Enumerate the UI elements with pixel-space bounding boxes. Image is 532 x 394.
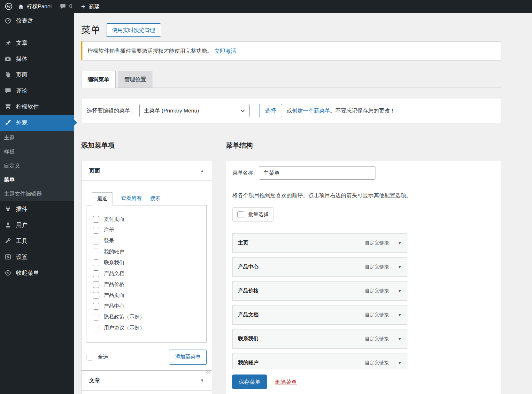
next-accordion-stub	[81, 390, 212, 394]
sidebar-item-appearance[interactable]: 外观	[0, 115, 74, 131]
menu-item-row[interactable]: 联系我们 自定义链接	[232, 329, 407, 349]
menu-name-label: 菜单名称	[233, 170, 253, 176]
select-all-control[interactable]: 全选	[87, 354, 108, 360]
sidebar-item-posts[interactable]: 文章	[0, 35, 74, 51]
page-checkbox-item[interactable]: 联系我们	[93, 257, 201, 268]
pages-accordion-header[interactable]: 页面	[81, 161, 212, 181]
sidebar-item-plugins[interactable]: 插件	[0, 201, 74, 217]
checkbox[interactable]	[93, 216, 99, 223]
menu-item-row[interactable]: 产品中心 自定义链接	[232, 257, 407, 277]
menu-item-title: 我的账户	[238, 359, 365, 366]
checkbox[interactable]	[93, 270, 99, 277]
chevron-down-icon[interactable]	[200, 377, 204, 384]
submenu-item-themes[interactable]: 主题	[0, 131, 74, 145]
add-to-menu-button[interactable]: 添加至菜单	[169, 350, 207, 365]
menu-structure-heading: 菜单结构	[226, 141, 501, 150]
menu-item-row[interactable]: 产品价格 自定义链接	[232, 281, 407, 301]
home-icon	[18, 4, 24, 10]
submenu-item-patterns[interactable]: 样板	[0, 145, 74, 159]
sidebar-item-settings[interactable]: 设置	[0, 249, 74, 265]
tab-search[interactable]: 搜索	[150, 192, 160, 205]
expand-item-arrow-icon[interactable]	[398, 313, 402, 317]
sidebar-item-users[interactable]: 用户	[0, 217, 74, 233]
sidebar-label: 评论	[16, 87, 27, 95]
expand-item-arrow-icon[interactable]	[398, 337, 402, 341]
plugin-icon	[4, 205, 12, 212]
select-button[interactable]: 选择	[259, 104, 282, 117]
menu-select-bar: 选择要编辑的菜单： 主菜单 (Primary Menu) 选择 或创建一个新菜单…	[81, 98, 501, 123]
page-checkbox-item[interactable]: 产品文档	[93, 268, 201, 279]
checkbox[interactable]	[93, 238, 99, 244]
page-item-label: 联系我们	[104, 259, 124, 266]
chevron-up-icon[interactable]	[200, 167, 204, 174]
create-menu-text: 或创建一个新菜单。不要忘记保存您的更改！	[287, 107, 395, 114]
expand-item-arrow-icon[interactable]	[398, 361, 402, 365]
expand-item-arrow-icon[interactable]	[398, 289, 402, 293]
checkbox[interactable]	[93, 325, 99, 331]
activate-now-link[interactable]: 立即激活	[214, 47, 236, 55]
page-checkbox-item[interactable]: 产品价格	[93, 279, 201, 290]
checkbox[interactable]	[93, 292, 99, 299]
page-checkbox-item[interactable]: 隐私政策（示例）	[93, 312, 201, 322]
drag-instruction: 将各个项目拖到您喜欢的顺序。点击项目右边的箭头可显示其他配置选项。	[232, 192, 495, 199]
page-checkbox-item[interactable]: 支付页面	[93, 214, 201, 225]
sidebar-item-media[interactable]: 媒体	[0, 51, 74, 67]
bulk-select-control[interactable]: 批量选择	[232, 207, 274, 222]
menu-item-row[interactable]: 主页 自定义链接	[232, 233, 407, 253]
main-content: 菜单 使用实时预览管理 柠檬软件销售插件需要激活授权才能使用完整功能。 立即激活…	[74, 13, 532, 394]
checkbox[interactable]	[93, 303, 99, 310]
expand-item-arrow-icon[interactable]	[398, 265, 402, 269]
storefront-icon	[4, 103, 12, 110]
sidebar-item-comments[interactable]: 评论	[0, 83, 74, 99]
sidebar-label: 收起菜单	[16, 269, 39, 277]
activation-notice: 柠檬软件销售插件需要激活授权才能使用完整功能。 立即激活	[81, 41, 501, 60]
sidebar-item-collapse-menu[interactable]: 收起菜单	[0, 265, 74, 281]
menu-item-type: 自定义链接	[365, 312, 389, 318]
menu-actions-footer: 保存菜单 删除菜单	[226, 369, 501, 394]
sidebar-item-tools[interactable]: 工具	[0, 233, 74, 249]
submenu-item-customize[interactable]: 自定义	[0, 159, 74, 173]
submenu-item-menus[interactable]: 菜单	[0, 173, 74, 187]
sidebar-label: 用户	[16, 221, 27, 229]
admin-bar-site-link[interactable]: 柠檬Panel	[18, 3, 51, 10]
page-checkbox-item[interactable]: 登录	[93, 236, 201, 246]
live-preview-button[interactable]: 使用实时预览管理	[106, 23, 161, 37]
checkbox[interactable]	[93, 281, 99, 288]
checkbox[interactable]	[93, 249, 99, 255]
tab-most-recent[interactable]: 最近	[92, 192, 112, 205]
sidebar-item-lemon-software[interactable]: 柠檬软件	[0, 99, 74, 115]
submenu-item-theme-editor[interactable]: 主题文件编辑器	[0, 187, 74, 201]
checkbox[interactable]	[93, 227, 99, 234]
create-new-menu-link[interactable]: 创建一个新菜单	[292, 108, 330, 114]
resize-handle[interactable]	[206, 370, 211, 374]
page-checkbox-item[interactable]: 注册	[93, 225, 201, 236]
admin-bar-comments[interactable]: 0	[60, 3, 72, 10]
posts-accordion-header[interactable]: 文章	[81, 370, 212, 390]
tab-edit-menus[interactable]: 编辑菜单	[81, 71, 116, 88]
expand-item-arrow-icon[interactable]	[398, 241, 402, 245]
tab-manage-locations[interactable]: 管理位置	[118, 71, 152, 88]
page-checkbox-item[interactable]: 产品中心	[93, 301, 201, 312]
delete-menu-link[interactable]: 删除菜单	[275, 378, 297, 386]
wordpress-logo-icon[interactable]: W	[4, 2, 13, 11]
sidebar-item-pages[interactable]: 页面	[0, 67, 74, 83]
page-item-label: 产品文档	[104, 270, 124, 277]
collapse-icon	[4, 269, 12, 276]
menu-select-dropdown[interactable]: 主菜单 (Primary Menu)	[139, 104, 250, 117]
bulk-select-checkbox[interactable]	[237, 211, 244, 218]
menu-item-row[interactable]: 产品文档 自定义链接	[232, 305, 407, 325]
page-item-label: 产品价格	[104, 281, 124, 288]
menu-name-input[interactable]	[259, 166, 375, 180]
checkbox[interactable]	[93, 314, 99, 321]
sidebar-label: 仪表盘	[16, 17, 33, 25]
checkbox[interactable]	[93, 259, 99, 266]
sidebar-item-dashboard[interactable]: 仪表盘	[0, 13, 74, 29]
admin-bar-new-button[interactable]: 新建	[81, 3, 100, 10]
page-checkbox-item[interactable]: 用户协议（示例）	[93, 322, 201, 333]
save-menu-button[interactable]: 保存菜单	[232, 375, 267, 389]
page-checkbox-item[interactable]: 我的账户	[93, 246, 201, 257]
tab-view-all[interactable]: 查看所有	[121, 192, 142, 205]
select-all-checkbox[interactable]	[87, 354, 93, 360]
menu-structure-body: 将各个项目拖到您喜欢的顺序。点击项目右边的箭头可显示其他配置选项。 批量选择 主…	[226, 192, 501, 373]
page-checkbox-item[interactable]: 产品页面	[93, 290, 201, 301]
